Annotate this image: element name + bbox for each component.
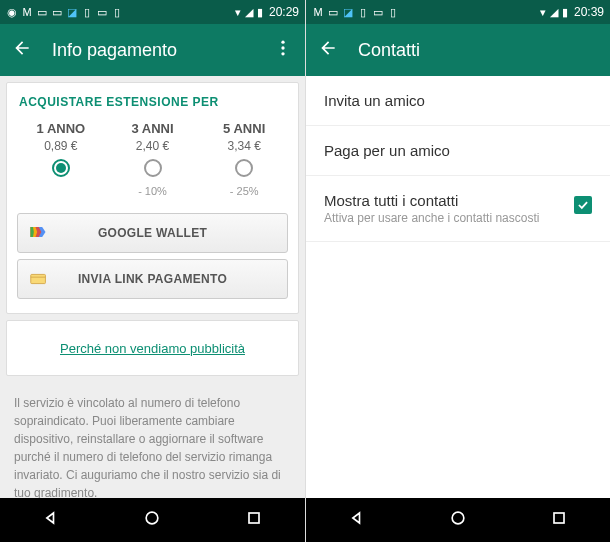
plan-5-years[interactable]: 5 ANNI 3,34 € - 25% [198, 121, 290, 199]
wifi-icon: ▾ [540, 6, 546, 19]
radio-icon[interactable] [144, 159, 162, 177]
button-label: GOOGLE WALLET [98, 226, 207, 240]
clock: 20:29 [269, 5, 299, 19]
nav-back-button[interactable] [347, 508, 367, 532]
svg-rect-8 [554, 513, 564, 523]
show-all-contacts-item[interactable]: Mostra tutti i contatti Attiva per usare… [306, 176, 610, 242]
navigation-bar [0, 498, 305, 542]
notif-icon: ▯ [111, 6, 123, 18]
notif-icon: ▯ [81, 6, 93, 18]
notif-icon: ▯ [387, 6, 399, 18]
back-button[interactable] [318, 38, 338, 62]
location-icon: ◉ [6, 6, 18, 18]
plan-label: 1 ANNO [15, 121, 107, 136]
disclaimer-text: Il servizio è vincolato al numero di tel… [0, 382, 305, 498]
plan-discount: - 10% [107, 185, 199, 199]
svg-point-1 [281, 46, 284, 49]
notif-icon: ▭ [36, 6, 48, 18]
radio-icon[interactable] [235, 159, 253, 177]
plan-3-years[interactable]: 3 ANNI 2,40 € - 10% [107, 121, 199, 199]
status-icons-left: ◉ M ▭ ▭ ◪ ▯ ▭ ▯ [6, 6, 123, 18]
svg-rect-3 [31, 274, 46, 283]
navigation-bar [306, 498, 610, 542]
plan-price: 3,34 € [198, 139, 290, 153]
notif-icon: ▭ [327, 6, 339, 18]
app-icon: ◪ [342, 6, 354, 18]
wallet-icon [28, 222, 50, 244]
plan-discount [15, 185, 107, 199]
extension-card: ACQUISTARE ESTENSIONE PER 1 ANNO 0,89 € … [6, 82, 299, 314]
app-bar: Contatti [306, 24, 610, 76]
section-title: ACQUISTARE ESTENSIONE PER [15, 95, 290, 109]
plan-discount: - 25% [198, 185, 290, 199]
status-icons-left: M ▭ ◪ ▯ ▭ ▯ [312, 6, 399, 18]
notif-icon: ▭ [51, 6, 63, 18]
battery-icon: ▮ [562, 6, 568, 19]
item-title: Mostra tutti i contatti [324, 192, 539, 209]
notif-icon: ▯ [357, 6, 369, 18]
svg-point-0 [281, 41, 284, 44]
svg-rect-6 [249, 513, 259, 523]
pay-for-friend-item[interactable]: Paga per un amico [306, 126, 610, 176]
nav-home-button[interactable] [448, 508, 468, 532]
svg-point-7 [452, 512, 464, 524]
content: ACQUISTARE ESTENSIONE PER 1 ANNO 0,89 € … [0, 76, 305, 498]
status-bar: ◉ M ▭ ▭ ◪ ▯ ▭ ▯ ▾ ◢ ▮ 20:29 [0, 0, 305, 24]
button-label: INVIA LINK PAGAMENTO [78, 272, 227, 286]
app-icon: ◪ [66, 6, 78, 18]
item-subtitle: Attiva per usare anche i contatti nascos… [324, 211, 539, 225]
link-icon [28, 268, 50, 290]
gmail-icon: M [21, 6, 33, 18]
ads-link-card[interactable]: Perché non vendiamo pubblicità [6, 320, 299, 376]
screen-payment-info: ◉ M ▭ ▭ ◪ ▯ ▭ ▯ ▾ ◢ ▮ 20:29 Info pagamen… [0, 0, 305, 542]
nav-recent-button[interactable] [244, 508, 264, 532]
plan-label: 3 ANNI [107, 121, 199, 136]
overflow-menu-button[interactable] [273, 38, 293, 62]
status-bar: M ▭ ◪ ▯ ▭ ▯ ▾ ◢ ▮ 20:39 [306, 0, 610, 24]
item-title: Paga per un amico [324, 142, 592, 159]
back-button[interactable] [12, 38, 32, 62]
ads-link[interactable]: Perché non vendiamo pubblicità [60, 341, 245, 356]
item-text: Mostra tutti i contatti Attiva per usare… [324, 192, 539, 225]
app-bar: Info pagamento [0, 24, 305, 76]
gmail-icon: M [312, 6, 324, 18]
notif-icon: ▭ [96, 6, 108, 18]
wifi-icon: ▾ [235, 6, 241, 19]
send-payment-link-button[interactable]: INVIA LINK PAGAMENTO [17, 259, 288, 299]
google-wallet-button[interactable]: GOOGLE WALLET [17, 213, 288, 253]
plan-price: 0,89 € [15, 139, 107, 153]
battery-icon: ▮ [257, 6, 263, 19]
plan-1-year[interactable]: 1 ANNO 0,89 € [15, 121, 107, 199]
plan-label: 5 ANNI [198, 121, 290, 136]
nav-back-button[interactable] [41, 508, 61, 532]
notif-icon: ▭ [372, 6, 384, 18]
item-title: Invita un amico [324, 92, 592, 109]
radio-selected-icon[interactable] [52, 159, 70, 177]
status-icons-right: ▾ ◢ ▮ 20:39 [540, 5, 604, 19]
plan-price: 2,40 € [107, 139, 199, 153]
svg-point-2 [281, 52, 284, 55]
screen-contacts: M ▭ ◪ ▯ ▭ ▯ ▾ ◢ ▮ 20:39 Contatti Invita … [305, 0, 610, 542]
plans-row: 1 ANNO 0,89 € 3 ANNI 2,40 € - 10% 5 ANNI… [15, 121, 290, 199]
clock: 20:39 [574, 5, 604, 19]
nav-home-button[interactable] [142, 508, 162, 532]
status-icons-right: ▾ ◢ ▮ 20:29 [235, 5, 299, 19]
svg-point-5 [147, 512, 159, 524]
page-title: Contatti [358, 40, 598, 61]
signal-icon: ◢ [550, 6, 558, 19]
page-title: Info pagamento [52, 40, 273, 61]
invite-friend-item[interactable]: Invita un amico [306, 76, 610, 126]
content: Invita un amico Paga per un amico Mostra… [306, 76, 610, 498]
nav-recent-button[interactable] [549, 508, 569, 532]
checkbox-checked-icon[interactable] [574, 196, 592, 214]
signal-icon: ◢ [245, 6, 253, 19]
